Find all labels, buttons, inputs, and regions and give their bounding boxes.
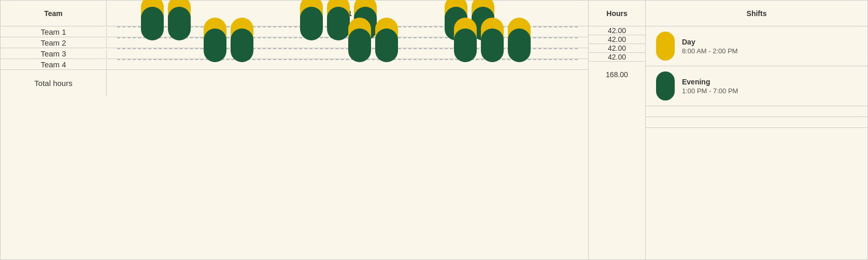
evening-shift-pill xyxy=(141,7,164,40)
hours-header: Hours xyxy=(589,1,645,26)
shifts-col: Shifts Day8:00 AM - 2:00 PMEvening1:00 P… xyxy=(646,1,867,259)
shifts-rows: Day8:00 AM - 2:00 PMEvening1:00 PM - 7:0… xyxy=(646,26,867,128)
day-legend-pill xyxy=(656,32,675,61)
legend-title: Evening xyxy=(682,78,738,86)
legend-item: Day8:00 AM - 2:00 PM xyxy=(656,32,738,61)
legend-time: 1:00 PM - 7:00 PM xyxy=(682,87,738,95)
main-table: Team Days 1 - 14 Team 1Team 2Team 3Team … xyxy=(1,1,589,259)
legend-text: Evening1:00 PM - 7:00 PM xyxy=(682,78,738,95)
evening-shift-pill xyxy=(454,28,477,62)
shifts-legend-row xyxy=(646,106,867,117)
shifts-legend-row: Evening1:00 PM - 7:00 PM xyxy=(646,66,867,106)
team-col-header: Team xyxy=(1,1,107,26)
evening-legend-pill xyxy=(656,71,675,100)
legend-time: 8:00 AM - 2:00 PM xyxy=(682,47,738,55)
evening-shift-pill xyxy=(168,7,191,40)
shifts-header: Shifts xyxy=(646,1,867,26)
team-label: Team 1 xyxy=(1,27,107,36)
shifts-total xyxy=(646,128,867,154)
total-label: Total hours xyxy=(1,70,107,96)
shifts-legend-row xyxy=(646,117,867,128)
hours-value: 42.00 xyxy=(589,26,645,35)
legend-text: Day8:00 AM - 2:00 PM xyxy=(682,38,738,55)
legend-item: Evening1:00 PM - 7:00 PM xyxy=(656,71,738,100)
shifts-legend-row: Day8:00 AM - 2:00 PM xyxy=(646,26,867,66)
pill-group xyxy=(348,28,398,62)
team-label: Team 3 xyxy=(1,49,107,58)
team-header-label: Team xyxy=(44,9,63,18)
evening-shift-pill xyxy=(481,28,504,62)
evening-shift-pill xyxy=(231,28,253,62)
pill-group xyxy=(141,7,191,40)
schedule-container: Team Days 1 - 14 Team 1Team 2Team 3Team … xyxy=(0,0,868,260)
hours-value: 42.00 xyxy=(589,44,645,53)
evening-shift-pill xyxy=(204,28,226,62)
evening-shift-pill xyxy=(327,7,350,40)
hours-rows: 42.0042.0042.0042.00 xyxy=(589,26,645,62)
total-row: Total hours xyxy=(1,70,588,96)
hours-col: Hours 42.0042.0042.0042.00 168.00 xyxy=(589,1,646,259)
pill-group xyxy=(204,28,253,62)
legend-title: Day xyxy=(682,38,738,46)
evening-shift-pill xyxy=(375,28,398,62)
pill-group xyxy=(454,28,531,62)
evening-shift-pill xyxy=(300,7,323,40)
hours-value: 42.00 xyxy=(589,53,645,62)
evening-shift-pill xyxy=(348,28,371,62)
right-panel: Hours 42.0042.0042.0042.00 168.00 Shifts… xyxy=(589,1,867,259)
data-rows: Team 1Team 2Team 3Team 4 xyxy=(1,26,588,70)
team-label: Team 4 xyxy=(1,60,107,69)
data-row: Team 4 xyxy=(1,59,588,70)
hours-total: 168.00 xyxy=(589,62,645,88)
days-cell xyxy=(107,59,588,69)
team-label: Team 2 xyxy=(1,38,107,47)
hours-value: 42.00 xyxy=(589,35,645,44)
evening-shift-pill xyxy=(508,28,531,62)
total-empty-days xyxy=(107,70,588,96)
